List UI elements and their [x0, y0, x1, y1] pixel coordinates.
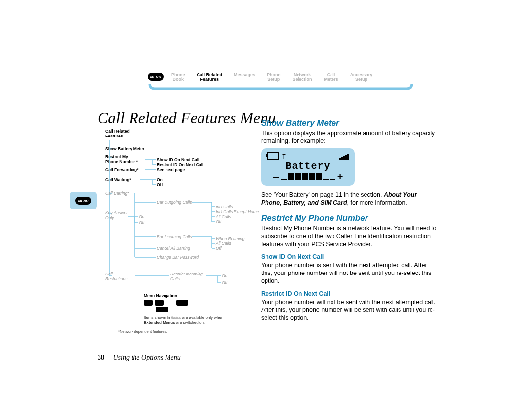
battery-display: ⍑ Battery – +	[261, 148, 355, 186]
nav-network-selection: NetworkSelection	[287, 73, 318, 82]
nav-accessory-setup: AccessorySetup	[344, 73, 379, 82]
antenna-icon: ⍑	[282, 152, 286, 160]
legend-note: Items shown in italics are available onl…	[144, 315, 228, 325]
page-number: 38	[98, 354, 104, 361]
nav-keys-row	[144, 300, 188, 306]
signal-icon	[339, 153, 349, 160]
right-key-icon	[155, 300, 164, 306]
footer-caption: Using the Options Menu	[113, 354, 181, 361]
sub-restrict-id: Restrict ID On Next Call	[261, 290, 438, 297]
nav-underline	[148, 84, 414, 91]
section-restrict-number: Restrict My Phone Number	[261, 213, 438, 223]
nav-call-meters: CallMeters	[318, 73, 344, 82]
tree-cw-off: Off	[157, 183, 163, 188]
tree-call-forwarding: Call Forwarding*	[105, 168, 139, 172]
menu-badge: MENU	[148, 73, 164, 81]
tree-bar-incoming: Bar Incoming Calls	[157, 235, 192, 240]
restrict-number-desc: Restrict My Phone Number is a network fe…	[261, 224, 438, 248]
tree-off-2: Off	[216, 246, 221, 251]
tree-ri-on: On	[222, 274, 227, 279]
tree-see-next: See next page	[157, 168, 185, 172]
tree-bar-outgoing: Bar Outgoing Calls	[157, 200, 192, 205]
tree-show-battery: Show Battery Meter	[105, 147, 144, 152]
breadcrumb-nav: MENU PhoneBook Call RelatedFeatures Mess…	[148, 73, 414, 91]
content-column: Show Battery Meter This option displays …	[261, 118, 438, 323]
nav-phone-setup: PhoneSetup	[261, 73, 287, 82]
tree-off-1: Off	[216, 220, 221, 225]
show-id-desc: Your phone number is sent with the next …	[261, 261, 438, 285]
restrict-id-desc: Your phone number will not be sent with …	[261, 298, 438, 322]
section-show-battery: Show Battery Meter	[261, 118, 438, 128]
menu-badge-label: MENU	[150, 75, 162, 79]
c-key-icon	[156, 307, 168, 312]
margin-menu-badge: MENU	[70, 192, 97, 209]
tree-cancel-barring: Cancel All Barring	[157, 246, 190, 251]
nav-call-related: Call RelatedFeatures	[191, 73, 229, 82]
sub-show-id: Show ID On Next Call	[261, 253, 438, 260]
tree-ka-on: On	[139, 215, 144, 220]
tree-restrict-number: Restrict MyPhone Number *	[105, 155, 138, 165]
page-footer: 38 Using the Options Menu	[98, 354, 181, 362]
battery-label: Battery	[267, 160, 349, 171]
tree-root: Call RelatedFeatures	[105, 129, 130, 139]
nav-phone-book: PhoneBook	[166, 73, 191, 82]
tree-call-waiting: Call Waiting*	[105, 178, 131, 183]
battery-bar: – +	[267, 171, 349, 183]
tree-call-restrictions: CallRestrictions	[105, 272, 127, 282]
tree-restrict-incoming: Restrict IncomingCalls	[170, 272, 203, 282]
tree-ri-off: Off	[222, 281, 227, 286]
plus-icon: +	[337, 171, 343, 183]
tree-change-pwd: Change Bar Password	[157, 255, 199, 260]
tree-call-barring: Call Barring*	[105, 191, 129, 196]
show-battery-desc: This option displays the approximate amo…	[261, 129, 438, 145]
ok-key-icon	[176, 300, 188, 306]
page-title: Call Related Features Menu	[98, 109, 276, 127]
minus-icon: –	[272, 173, 279, 180]
nav-messages: Messages	[228, 73, 261, 77]
show-battery-ref: See 'Your Battery' on page 11 in the sec…	[261, 191, 438, 207]
battery-icon	[267, 152, 279, 160]
menu-navigation-heading: Menu Navigation	[144, 293, 177, 298]
tree-ka-off: Off	[139, 221, 144, 226]
nav-keys-row2	[156, 307, 168, 312]
tree-key-answer: Key AnswerOnly	[105, 211, 128, 221]
left-key-icon	[144, 300, 153, 306]
network-footnote: *Network dependent features.	[118, 329, 167, 334]
